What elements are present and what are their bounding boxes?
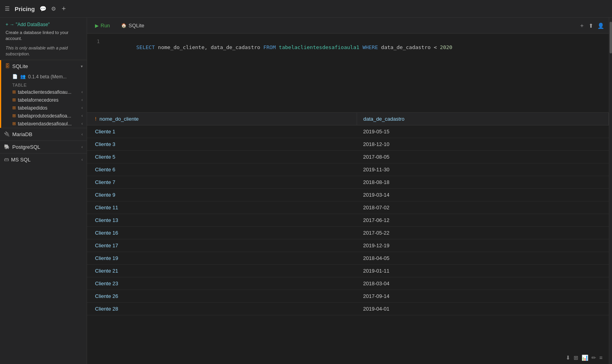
table-arrow-icon: ‹ bbox=[82, 114, 83, 118]
db-icon: 🗃 bbox=[4, 157, 9, 162]
col-nome-header: ! nome_do_cliente bbox=[87, 113, 357, 125]
cell-data: 2018-08-18 bbox=[357, 176, 608, 189]
table-row: Cliente 9 2019-03-14 bbox=[87, 189, 609, 201]
table-row: Cliente 23 2018-03-04 bbox=[87, 277, 609, 290]
menu-icon[interactable]: ☰ bbox=[5, 6, 10, 12]
cell-nome: Cliente 23 bbox=[87, 277, 357, 290]
table-row: Cliente 28 2019-04-01 bbox=[87, 303, 609, 315]
results-table: ! nome_do_cliente data_de_cadastro Clien… bbox=[87, 113, 609, 315]
home-icon: 🏠 bbox=[121, 23, 127, 28]
cell-data: 2018-07-02 bbox=[357, 201, 608, 214]
cell-nome: Cliente 13 bbox=[87, 214, 357, 227]
cell-nome: Cliente 21 bbox=[87, 265, 357, 277]
editor-toolbar: ▶ Run 🏠 SQLite ＋ ⬆ 👤 bbox=[87, 18, 609, 34]
menu-lines-icon[interactable]: ≡ bbox=[599, 355, 602, 361]
scrollbar-thumb bbox=[610, 22, 612, 53]
cell-data: 2019-05-15 bbox=[357, 125, 608, 138]
sqlite-db-header[interactable]: 🗄 SQLite ▾ bbox=[1, 60, 87, 72]
cell-nome: Cliente 1 bbox=[87, 125, 357, 138]
sidebar-table-item[interactable]: ⊞ tabelafornecedores ‹ bbox=[1, 96, 87, 104]
cell-data: 2018-03-04 bbox=[357, 277, 608, 290]
main-layout: + → "Add DataBase" Create a database lin… bbox=[0, 18, 612, 364]
sqlite-tab[interactable]: 🏠 SQLite bbox=[118, 21, 148, 30]
chart-icon[interactable]: 📊 bbox=[582, 355, 588, 361]
add-tab-icon[interactable]: + bbox=[62, 5, 66, 13]
table-arrow-icon: ‹ bbox=[82, 106, 83, 110]
cell-nome: Cliente 16 bbox=[87, 227, 357, 239]
topbar: ☰ Pricing 💬 ⚙ + bbox=[0, 0, 612, 18]
table-name: tabelapedidos bbox=[18, 105, 80, 111]
file-icon: 📄 bbox=[12, 74, 18, 79]
sql-editor[interactable]: 1 SELECT nome_do_cliente, data_de_cadast… bbox=[87, 34, 609, 113]
download-icon[interactable]: ⬇ bbox=[566, 355, 570, 361]
user-icon[interactable]: 👤 bbox=[597, 23, 604, 29]
cell-nome: Cliente 5 bbox=[87, 151, 357, 163]
add-query-icon[interactable]: ＋ bbox=[579, 22, 585, 29]
sqlite-version-item[interactable]: 📄 👥 0.1.4 beta (Mem... bbox=[1, 72, 87, 81]
cell-data: 2018-12-10 bbox=[357, 138, 608, 151]
table-grid-icon: ⊞ bbox=[12, 97, 16, 102]
sidebar-item-mariadb[interactable]: 🔌 MariaDB ‹ bbox=[0, 128, 87, 140]
sqlite-db-name: SQLite bbox=[12, 63, 78, 69]
cell-data: 2019-04-01 bbox=[357, 303, 608, 315]
cell-nome: Cliente 6 bbox=[87, 163, 357, 176]
results-area[interactable]: ! nome_do_cliente data_de_cadastro Clien… bbox=[87, 113, 609, 364]
results-header-row: ! nome_do_cliente data_de_cadastro bbox=[87, 113, 609, 125]
table-name: tabelaclientesdesafioau... bbox=[18, 89, 80, 95]
cell-nome: Cliente 28 bbox=[87, 303, 357, 315]
settings-icon[interactable]: ⚙ bbox=[51, 6, 56, 12]
run-button[interactable]: ▶ Run bbox=[92, 21, 113, 30]
sql-text: SELECT nome_do_cliente, data_de_cadastro… bbox=[105, 38, 452, 56]
right-scrollbar[interactable] bbox=[609, 18, 612, 364]
sqlite-section: 🗄 SQLite ▾ 📄 👥 0.1.4 beta (Mem... Table … bbox=[0, 60, 87, 128]
sidebar-tables-list: ⊞ tabelaclientesdesafioau... ‹ ⊞ tabelaf… bbox=[1, 88, 87, 128]
db-name: MS SQL bbox=[11, 157, 79, 163]
table-grid-icon: ⊞ bbox=[12, 113, 16, 118]
add-db-button[interactable]: + → "Add DataBase" bbox=[6, 22, 81, 27]
table-grid-icon: ⊞ bbox=[12, 89, 16, 95]
table-row: Cliente 6 2019-11-30 bbox=[87, 163, 609, 176]
sql-line-1: 1 SELECT nome_do_cliente, data_de_cadast… bbox=[93, 38, 602, 56]
sidebar-table-item[interactable]: ⊞ tabelavendasdesafioaul... ‹ bbox=[1, 120, 87, 128]
cell-data: 2019-01-11 bbox=[357, 265, 608, 277]
cell-nome: Cliente 11 bbox=[87, 201, 357, 214]
add-db-section: + → "Add DataBase" Create a database lin… bbox=[0, 18, 87, 60]
table-row: Cliente 11 2018-07-02 bbox=[87, 201, 609, 214]
table-name: tabelafornecedores bbox=[18, 97, 80, 103]
table-grid-icon: ⊞ bbox=[12, 121, 16, 126]
db-name: MariaDB bbox=[12, 131, 79, 137]
sidebar-item-postgresql[interactable]: 🐘 PostgreSQL ‹ bbox=[0, 140, 87, 153]
content-area: ▶ Run 🏠 SQLite ＋ ⬆ 👤 1 SELECT nome_do_cl… bbox=[87, 18, 609, 364]
db-name: PostgreSQL bbox=[12, 144, 79, 150]
cell-data: 2019-12-19 bbox=[357, 239, 608, 252]
sqlite-tab-label: SQLite bbox=[129, 23, 144, 28]
topbar-title: Pricing bbox=[15, 6, 35, 12]
table-arrow-icon: ‹ bbox=[82, 121, 83, 126]
chevron-left-icon: ‹ bbox=[82, 157, 83, 162]
sidebar-item-ms-sql[interactable]: 🗃 MS SQL ‹ bbox=[0, 153, 87, 166]
table-name: tabelaprodutosdesafioa... bbox=[18, 113, 80, 119]
table-arrow-icon: ‹ bbox=[82, 98, 83, 102]
cell-nome: Cliente 3 bbox=[87, 138, 357, 151]
bottom-toolbar: ⬇ ⊞ 📊 ✏ ≡ bbox=[566, 355, 602, 361]
cell-nome: Cliente 26 bbox=[87, 290, 357, 303]
table-row: Cliente 19 2018-04-05 bbox=[87, 252, 609, 265]
sidebar-table-item[interactable]: ⊞ tabelaprodutosdesafioa... ‹ bbox=[1, 112, 87, 120]
grid-icon[interactable]: ⊞ bbox=[574, 355, 578, 361]
toolbar-right: ＋ ⬆ 👤 bbox=[579, 22, 604, 29]
cell-data: 2017-06-12 bbox=[357, 214, 608, 227]
sidebar-table-item[interactable]: ⊞ tabelapedidos ‹ bbox=[1, 104, 87, 112]
share-icon[interactable]: ⬆ bbox=[589, 23, 593, 29]
cell-data: 2018-04-05 bbox=[357, 252, 608, 265]
sqlite-db-icon: 🗄 bbox=[5, 63, 10, 69]
table-row: Cliente 1 2019-05-15 bbox=[87, 125, 609, 138]
sidebar-table-item[interactable]: ⊞ tabelaclientesdesafioau... ‹ bbox=[1, 88, 87, 96]
table-grid-icon: ⊞ bbox=[12, 105, 16, 110]
sidebar: + → "Add DataBase" Create a database lin… bbox=[0, 18, 87, 364]
table-row: Cliente 13 2017-06-12 bbox=[87, 214, 609, 227]
group-icon: 👥 bbox=[20, 74, 26, 79]
chat-icon[interactable]: 💬 bbox=[40, 6, 46, 12]
edit-icon[interactable]: ✏ bbox=[591, 355, 596, 361]
table-row: Cliente 17 2019-12-19 bbox=[87, 239, 609, 252]
chevron-left-icon: ‹ bbox=[82, 145, 83, 149]
